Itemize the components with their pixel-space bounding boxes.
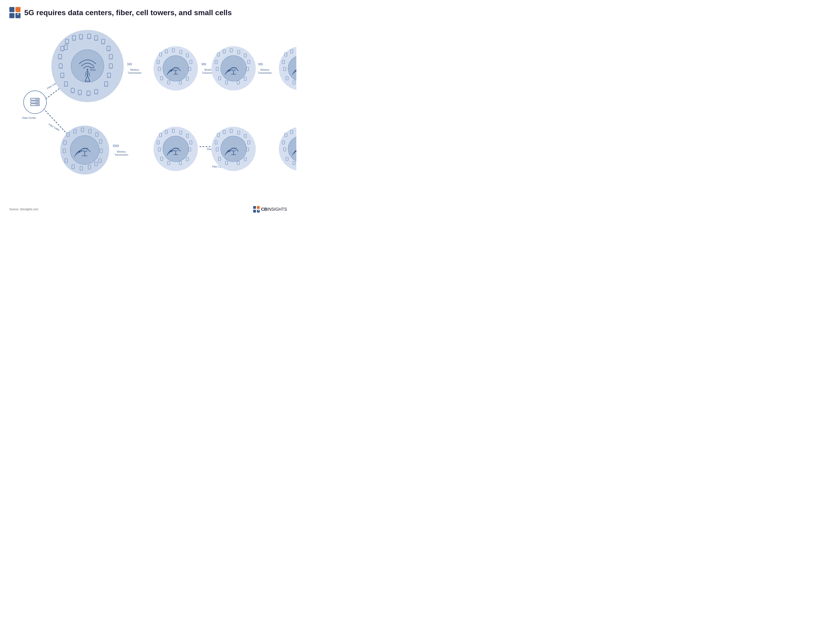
svg-text:Small: Small (232, 67, 236, 69)
svg-point-23 (36, 104, 36, 105)
svg-rect-188 (215, 141, 217, 144)
svg-rect-216 (253, 210, 256, 213)
svg-rect-175 (186, 158, 188, 161)
svg-rect-163 (159, 133, 162, 137)
svg-rect-202 (291, 130, 293, 134)
svg-rect-215 (257, 206, 260, 209)
svg-rect-0 (9, 7, 14, 12)
brand-logo-icon (253, 206, 260, 213)
svg-rect-148 (64, 141, 66, 145)
svg-rect-92 (158, 67, 161, 71)
wireless-label-1: Wireless Transmission (125, 68, 144, 74)
svg-rect-89 (186, 54, 188, 57)
brand-text: CBINSIGHTS (261, 207, 287, 212)
svg-rect-154 (80, 166, 83, 171)
svg-rect-1 (16, 7, 21, 12)
svg-text:Cell: Cell (84, 150, 87, 152)
svg-rect-172 (161, 157, 163, 161)
svg-rect-2 (9, 13, 14, 18)
svg-point-16 (37, 99, 38, 99)
small-cell-node-bottom-1: Small Cell (60, 126, 109, 175)
svg-text:Tower: Tower (90, 69, 96, 71)
svg-rect-186 (244, 134, 246, 138)
svg-rect-110 (215, 60, 217, 64)
svg-point-35 (87, 69, 88, 70)
small-cell-node-bottom-4: Small Cell (279, 127, 296, 171)
svg-rect-149 (63, 149, 66, 153)
svg-rect-187 (248, 141, 250, 144)
svg-rect-210 (286, 157, 288, 161)
svg-rect-191 (218, 157, 221, 161)
page-header: 5G requires data centers, fiber, cell to… (9, 7, 287, 18)
svg-rect-168 (190, 141, 192, 144)
svg-rect-113 (218, 77, 221, 80)
svg-rect-170 (158, 148, 161, 151)
svg-point-20 (36, 102, 36, 103)
svg-rect-114 (226, 81, 228, 84)
svg-rect-115 (237, 81, 239, 84)
svg-rect-130 (284, 67, 286, 71)
svg-rect-129 (282, 60, 285, 64)
svg-rect-190 (246, 148, 249, 151)
svg-rect-94 (161, 77, 163, 80)
svg-rect-96 (179, 81, 182, 84)
svg-rect-106 (230, 49, 232, 52)
svg-rect-123 (285, 53, 287, 56)
svg-rect-201 (285, 133, 287, 137)
svg-rect-153 (72, 165, 74, 169)
page-title: 5G requires data centers, fiber, cell to… (24, 8, 232, 17)
svg-rect-192 (226, 161, 228, 165)
svg-point-15 (38, 99, 39, 99)
svg-rect-105 (223, 50, 226, 53)
svg-rect-85 (159, 53, 162, 56)
svg-rect-164 (165, 130, 167, 134)
svg-text:Cell: Cell (90, 66, 95, 69)
svg-text:Small: Small (83, 147, 88, 150)
svg-rect-78 (64, 45, 68, 50)
svg-rect-109 (248, 60, 250, 64)
svg-rect-133 (293, 81, 295, 84)
svg-rect-93 (188, 67, 191, 71)
svg-rect-124 (291, 50, 293, 53)
svg-text:Small: Small (174, 147, 178, 149)
svg-rect-185 (238, 131, 240, 134)
svg-rect-104 (217, 53, 219, 56)
cell-tower-circle: Cell Tower (51, 30, 124, 102)
svg-rect-147 (99, 139, 102, 144)
svg-point-117 (288, 55, 296, 81)
svg-rect-156 (95, 162, 97, 166)
svg-rect-219 (258, 210, 259, 211)
wireless-arrows-1: ››› (127, 60, 132, 68)
svg-point-17 (36, 99, 36, 99)
diagram-area: Fiber Cable Fiber Cable Fiber Cable (9, 25, 287, 202)
svg-rect-194 (244, 158, 246, 161)
svg-rect-146 (96, 133, 98, 136)
wireless-arrows-2: ››› (201, 60, 206, 68)
svg-rect-150 (100, 149, 103, 153)
svg-rect-167 (186, 134, 188, 138)
svg-rect-152 (99, 159, 101, 163)
svg-rect-143 (74, 129, 76, 133)
svg-text:Small: Small (174, 67, 178, 69)
svg-rect-208 (284, 148, 286, 151)
svg-rect-142 (67, 133, 69, 136)
svg-point-18 (38, 102, 39, 103)
page-footer: Source: cbinsights.com CBINSIGHTS (9, 206, 287, 213)
svg-rect-144 (81, 128, 84, 132)
svg-point-22 (37, 104, 38, 105)
svg-text:Fiber Cable: Fiber Cable (48, 123, 60, 131)
svg-rect-183 (223, 130, 226, 134)
small-cell-node-bottom-2: Small Cell (153, 127, 198, 171)
svg-rect-5 (18, 13, 18, 15)
svg-rect-151 (65, 159, 68, 163)
svg-text:Cell: Cell (232, 150, 236, 152)
svg-rect-193 (237, 161, 239, 165)
svg-text:Cell: Cell (232, 69, 236, 71)
svg-rect-87 (172, 49, 175, 52)
wireless-label-3: Wireless Transmission (256, 68, 274, 74)
small-cell-node-bottom-3: Small Cell (212, 127, 256, 171)
svg-rect-171 (188, 148, 191, 151)
server-icon (28, 95, 42, 109)
svg-rect-189 (216, 148, 218, 151)
svg-rect-184 (230, 129, 232, 133)
